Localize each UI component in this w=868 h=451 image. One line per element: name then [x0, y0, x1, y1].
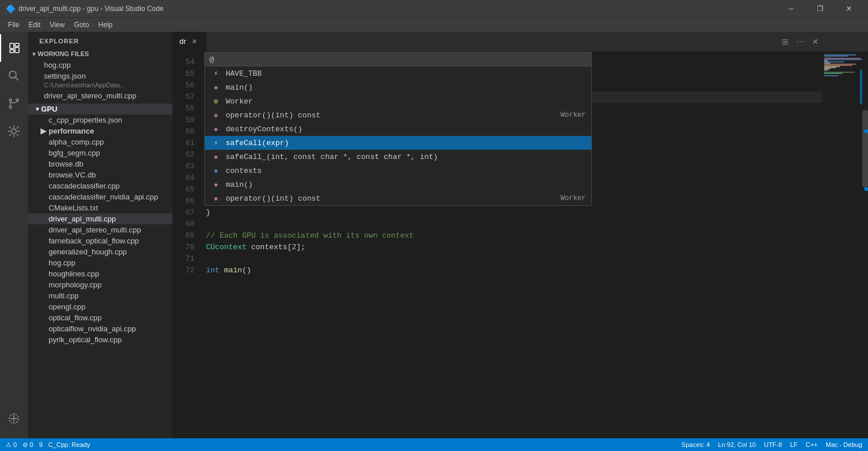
status-debug[interactable]: Mac - Debug	[826, 441, 862, 448]
ac-item-operator[interactable]: ◈ operator()(int) const Worker	[205, 108, 591, 122]
file-cmakelists[interactable]: CMakeLists.txt	[28, 202, 172, 213]
file-browse-vc-db[interactable]: browse.VC.db	[28, 169, 172, 180]
file-farneback[interactable]: farneback_optical_flow.cpp	[28, 235, 172, 246]
tab-close-button[interactable]: ✕	[190, 37, 199, 46]
activity-search[interactable]	[0, 62, 28, 90]
ac-item-main1[interactable]: ◈ main()	[205, 80, 591, 94]
ac-icon-contexts: ◈	[211, 165, 221, 176]
main: EXPLORER ▾ WORKING FILES hog.cpp setting…	[0, 32, 868, 438]
code-line-69: // Each GPU is associated with its own c…	[206, 230, 822, 242]
file-browse-db[interactable]: browse.db	[28, 158, 172, 169]
status-cpp-ready[interactable]: C_Cpp: Ready	[49, 441, 90, 448]
file-morphology[interactable]: morphology.cpp	[28, 279, 172, 290]
working-files-header[interactable]: ▾ WORKING FILES	[28, 48, 172, 60]
file-optical-flow[interactable]: optical_flow.cpp	[28, 312, 172, 323]
autocomplete-search-bar[interactable]	[205, 53, 591, 66]
ac-icon-operator: ◈	[211, 110, 221, 120]
minimize-button[interactable]: ─	[778, 0, 804, 17]
menu-view[interactable]: View	[45, 20, 69, 30]
activity-explorer[interactable]	[0, 34, 28, 62]
status-errors[interactable]: ⊘ 0	[23, 441, 33, 449]
ac-icon-operator2: ◈	[211, 193, 221, 204]
autocomplete-search-input[interactable]	[209, 55, 587, 64]
file-alpha-comp[interactable]: alpha_comp.cpp	[28, 136, 172, 147]
menu-help[interactable]: Help	[94, 20, 117, 30]
close-button[interactable]: ✕	[836, 0, 862, 17]
ac-item-destroy[interactable]: ◈ destroyContexts()	[205, 122, 591, 136]
code-line-71	[206, 253, 822, 265]
menu-goto[interactable]: Goto	[69, 20, 94, 30]
ac-item-safecall-int[interactable]: ◈ safeCall_(int, const char *, const cha…	[205, 150, 591, 164]
file-c-cpp-properties[interactable]: c_cpp_properties.json	[28, 114, 172, 125]
statusbar-right: Spaces: 4 Ln 92, Col 10 UTF-8 LF C++ Mac…	[682, 441, 862, 448]
gpu-folder[interactable]: ▾ GPU	[28, 103, 172, 114]
file-opticalflow-nvidia[interactable]: opticalflow_nvidia_api.cpp	[28, 323, 172, 334]
performance-folder[interactable]: ▶ performance	[28, 125, 172, 136]
status-count[interactable]: 9	[39, 441, 42, 448]
code-line-68	[206, 219, 822, 230]
ac-label-operator: operator()(int) const	[226, 111, 556, 120]
activity-debug[interactable]	[0, 117, 28, 145]
working-file-settings[interactable]: settings.json C:\Users\aasthan\AppData..…	[28, 71, 172, 90]
ac-label-operator2: operator()(int) const	[226, 194, 556, 203]
status-position[interactable]: Ln 92, Col 10	[718, 441, 756, 448]
gpu-folder-chevron: ▾	[36, 106, 39, 112]
file-multi[interactable]: multi.cpp	[28, 290, 172, 301]
more-actions-icon[interactable]: ⋯	[794, 35, 807, 48]
tabbar: dr ✕ ⚡ HAVE_TBB ◈ main() ⚙ Worker	[172, 32, 868, 52]
ac-item-have-tbb[interactable]: ⚡ HAVE_TBB	[205, 66, 591, 80]
file-hog[interactable]: hog.cpp	[28, 257, 172, 268]
tab-label: dr	[179, 37, 186, 46]
tab-driver-api-multi[interactable]: dr ✕	[172, 32, 207, 51]
file-cascadeclassifier[interactable]: cascadeclassifier.cpp	[28, 180, 172, 191]
file-houghlines[interactable]: houghlines.cpp	[28, 268, 172, 279]
activity-extensions[interactable]	[0, 405, 28, 432]
file-driver-api-stereo[interactable]: driver_api_stereo_multi.cpp	[28, 224, 172, 235]
vscode-icon: 🔷	[6, 4, 15, 13]
ac-label-worker: Worker	[226, 97, 586, 106]
working-files-section: ▾ WORKING FILES hog.cpp settings.json C:…	[28, 48, 172, 101]
scrollbar-thumb[interactable]	[862, 110, 868, 187]
split-editor-icon[interactable]: ⊞	[779, 35, 792, 48]
file-cascadeclassifier-nvidia[interactable]: cascadeclassifier_nvidia_api.cpp	[28, 191, 172, 202]
svg-point-6	[9, 106, 12, 108]
titlebar-left: 🔷 driver_api_multi.cpp - gpu - Visual St…	[6, 4, 164, 13]
sidebar-title: EXPLORER	[28, 32, 172, 48]
ac-item-worker[interactable]: ⚙ Worker	[205, 94, 591, 108]
file-opengl[interactable]: opengl.cpp	[28, 301, 172, 312]
status-language[interactable]: C++	[806, 441, 818, 448]
status-line-ending[interactable]: LF	[790, 441, 797, 448]
status-warnings[interactable]: ⚠ 0	[6, 441, 17, 449]
titlebar-controls[interactable]: ─ ❐ ✕	[778, 0, 862, 17]
ac-icon-main1: ◈	[211, 82, 221, 93]
code-line-72: int main()	[206, 265, 822, 276]
gpu-folder-label: GPU	[41, 105, 57, 113]
activity-git[interactable]	[0, 90, 28, 117]
performance-chevron: ▶	[41, 127, 46, 135]
menu-file[interactable]: File	[3, 20, 24, 30]
file-bgfg-segm[interactable]: bgfg_segm.cpp	[28, 147, 172, 158]
file-generalized-hough[interactable]: generalized_hough.cpp	[28, 246, 172, 257]
maximize-button[interactable]: ❐	[807, 0, 833, 17]
ac-item-main2[interactable]: ◈ main()	[205, 178, 591, 191]
titlebar: 🔷 driver_api_multi.cpp - gpu - Visual St…	[0, 0, 868, 17]
ac-detail-operator2: Worker	[561, 194, 586, 202]
close-editor-icon[interactable]: ✕	[809, 35, 822, 48]
menu-edit[interactable]: Edit	[24, 20, 45, 30]
working-file-stereo[interactable]: driver_api_stereo_multi.cpp	[28, 90, 172, 101]
ac-label-main2: main()	[226, 180, 586, 189]
status-spaces[interactable]: Spaces: 4	[682, 441, 710, 448]
working-file-hog[interactable]: hog.cpp	[28, 60, 172, 71]
ac-item-contexts[interactable]: ◈ contexts	[205, 164, 591, 178]
status-encoding[interactable]: UTF-8	[764, 441, 782, 448]
minimap[interactable]	[822, 52, 862, 438]
ac-icon-main2: ◈	[211, 179, 221, 190]
file-pyrlk[interactable]: pyrlk_optical_flow.cpp	[28, 334, 172, 345]
ac-item-safecall[interactable]: ⚡ safeCall(expr)	[205, 136, 591, 150]
code-line-70: CUcontext contexts[2];	[206, 242, 822, 253]
vertical-scrollbar[interactable]	[862, 52, 868, 438]
svg-rect-3	[10, 50, 14, 53]
svg-point-7	[9, 99, 12, 101]
ac-item-operator2[interactable]: ◈ operator()(int) const Worker	[205, 191, 591, 205]
file-driver-api-multi[interactable]: driver_api_multi.cpp	[28, 213, 172, 224]
